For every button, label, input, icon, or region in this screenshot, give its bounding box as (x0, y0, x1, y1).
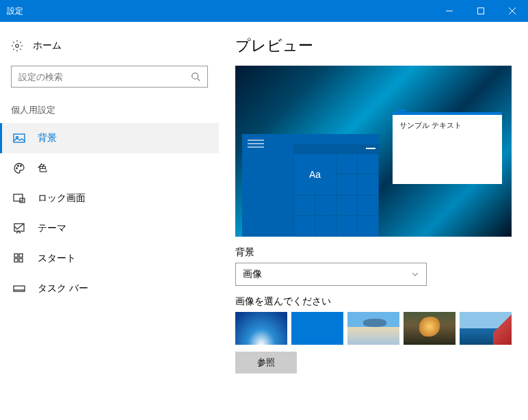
picture-icon (13, 132, 25, 144)
minimize-button[interactable] (434, 0, 465, 22)
gear-icon (11, 40, 23, 52)
sidebar-item-background[interactable]: 背景 (0, 123, 219, 153)
taskbar-icon (13, 283, 25, 295)
svg-point-4 (16, 44, 19, 48)
sidebar-item-start[interactable]: スタート (0, 244, 219, 274)
chevron-down-icon (411, 270, 419, 278)
svg-rect-7 (14, 134, 25, 142)
section-label: 個人用設定 (0, 88, 219, 123)
svg-rect-16 (19, 254, 23, 257)
sidebar-item-label: スタート (38, 252, 76, 265)
svg-point-5 (192, 73, 198, 79)
preview-tile-aa: Aa (294, 154, 336, 195)
search-icon (191, 72, 200, 81)
main-panel: プレビュー Aa サンプル テキスト 背景 画像 画像を選んでください (219, 22, 528, 420)
dropdown-value: 画像 (243, 268, 262, 280)
search-field[interactable] (18, 72, 191, 82)
svg-rect-17 (14, 259, 18, 262)
choose-image-label: 画像を選んでください (235, 296, 512, 308)
sidebar-item-themes[interactable]: テーマ (0, 213, 219, 244)
titlebar: 設定 (0, 0, 528, 22)
svg-line-6 (198, 79, 200, 81)
home-button[interactable]: ホーム (0, 34, 219, 57)
page-title: プレビュー (235, 36, 512, 56)
sidebar: ホーム 個人用設定 背景 色 ロック画面 テーマ スタート タ (0, 22, 219, 420)
sidebar-item-lockscreen[interactable]: ロック画面 (0, 183, 219, 213)
svg-rect-12 (14, 194, 23, 201)
background-label: 背景 (235, 246, 512, 259)
sample-text: サンプル テキスト (399, 121, 462, 129)
preview-start-menu: Aa (293, 144, 379, 237)
svg-rect-18 (19, 259, 23, 262)
sidebar-item-label: 色 (38, 162, 47, 174)
sidebar-item-label: 背景 (38, 132, 57, 144)
background-dropdown[interactable]: 画像 (235, 263, 427, 286)
thumbnail-2[interactable] (291, 312, 343, 345)
lockscreen-icon (13, 192, 25, 205)
svg-rect-15 (14, 254, 18, 257)
desktop-preview: Aa サンプル テキスト (235, 66, 512, 237)
home-label: ホーム (33, 40, 62, 52)
thumbnail-5[interactable] (460, 312, 512, 345)
svg-point-10 (18, 166, 19, 167)
svg-rect-1 (478, 8, 484, 14)
sidebar-item-label: タスク バー (38, 283, 88, 295)
sidebar-item-taskbar[interactable]: タスク バー (0, 274, 219, 304)
maximize-button[interactable] (465, 0, 497, 22)
window-title: 設定 (0, 5, 434, 17)
start-icon (13, 252, 25, 265)
sidebar-item-colors[interactable]: 色 (0, 153, 219, 183)
browse-button[interactable]: 参照 (235, 352, 297, 373)
thumbnail-4[interactable] (404, 312, 456, 345)
search-input[interactable] (11, 66, 208, 88)
preview-sample-window: サンプル テキスト (393, 112, 502, 184)
close-button[interactable] (497, 0, 528, 22)
sidebar-item-label: テーマ (38, 222, 66, 235)
svg-point-11 (21, 166, 22, 167)
svg-point-9 (16, 168, 18, 169)
svg-rect-19 (14, 286, 25, 291)
sidebar-item-label: ロック画面 (38, 192, 85, 205)
palette-icon (13, 162, 25, 174)
thumbnail-1[interactable] (235, 312, 287, 345)
thumbnail-3[interactable] (347, 312, 399, 345)
theme-icon (13, 222, 25, 235)
image-thumbnails (235, 312, 512, 345)
